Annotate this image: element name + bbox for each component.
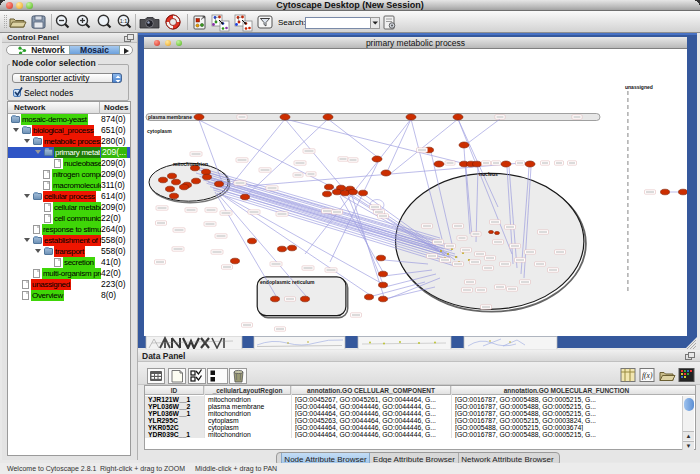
svg-text:endoplasmic reticulum: endoplasmic reticulum	[260, 279, 315, 285]
svg-text:mitochondrion: mitochondrion	[173, 161, 208, 167]
svg-text:nucleus: nucleus	[479, 171, 498, 177]
svg-text:unassigned: unassigned	[625, 84, 653, 90]
svg-text:Search:: Search:	[278, 18, 306, 27]
svg-text:cytoplasm: cytoplasm	[147, 128, 172, 134]
svg-text:plasma membrane: plasma membrane	[148, 114, 192, 120]
svg-text:1:1: 1:1	[120, 18, 128, 24]
svg-text:f(x): f(x)	[642, 371, 653, 380]
